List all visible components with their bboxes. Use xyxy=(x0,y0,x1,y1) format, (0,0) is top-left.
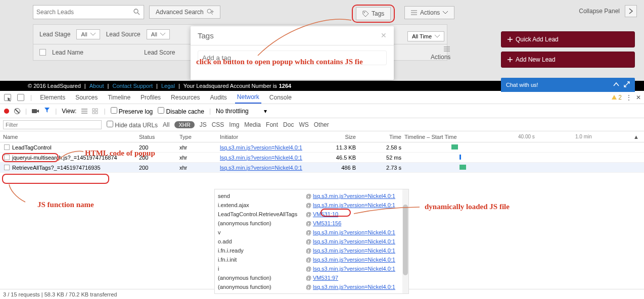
annotation-dynamic-js: dynamically loaded JS file xyxy=(425,203,510,211)
annotation-box-leadtagcontrol xyxy=(2,153,59,162)
annotation-js-function: JS function name xyxy=(37,201,94,209)
annotation-html-popup: HTML code of popup xyxy=(85,149,155,158)
annotation-box-retrievealltags xyxy=(2,174,109,184)
annotation-click-button: click on button to open popup which cont… xyxy=(196,58,363,66)
annotation-box-vm531 xyxy=(320,209,351,217)
